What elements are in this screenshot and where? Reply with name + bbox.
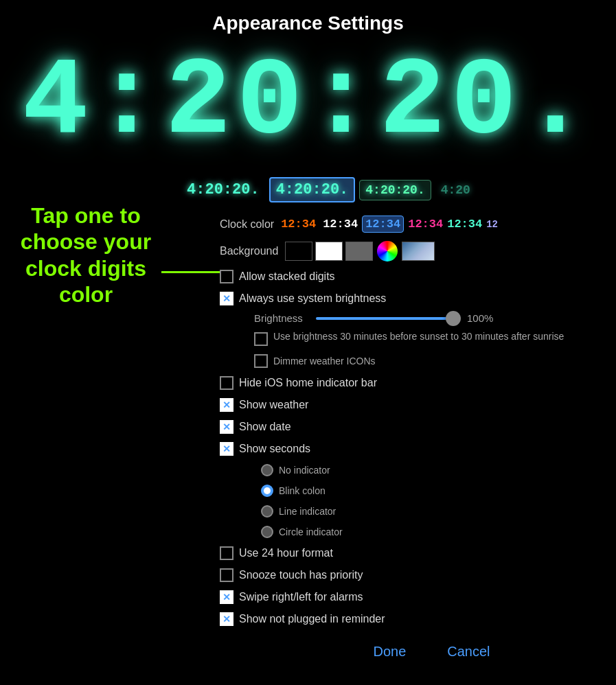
clock-color-lavender[interactable]: 12 <box>486 219 498 230</box>
swipe-alarms-checkbox[interactable] <box>220 590 233 604</box>
clock-color-blue[interactable]: 12:34 <box>362 216 404 233</box>
big-clock-display: 4:20:20. <box>0 41 616 172</box>
bg-colorwheel[interactable] <box>377 241 398 262</box>
bg-black[interactable] <box>285 242 312 261</box>
clock-variant-1[interactable]: 4:20:20. <box>181 178 265 201</box>
no-indicator-row: No indicator <box>261 460 602 480</box>
brightness-label: Brightness <box>254 312 309 324</box>
clock-color-pink[interactable]: 12:34 <box>408 218 443 231</box>
line-indicator-label: Line indicator <box>279 506 336 517</box>
hide-home-bar-checkbox[interactable] <box>220 376 233 390</box>
show-weather-row: Show weather <box>220 394 602 416</box>
show-date-row: Show date <box>220 416 602 438</box>
tap-hint-line3: clock digits <box>25 256 146 281</box>
tap-hint-line2: choose your <box>21 229 151 254</box>
plugged-reminder-label: Show not plugged in reminder <box>239 613 385 625</box>
bg-white[interactable] <box>315 242 343 261</box>
background-row: Background <box>220 237 602 266</box>
brightness-value: 100% <box>467 312 493 324</box>
show-weather-label: Show weather <box>239 399 308 411</box>
brightness-thumb[interactable] <box>446 311 461 326</box>
tap-hint-line4: color <box>59 282 113 307</box>
tap-hint-line1: Tap one to <box>31 203 140 228</box>
clock-color-row: Clock color 12:34 12:34 12:34 12:34 12:3… <box>220 211 602 237</box>
no-indicator-radio[interactable] <box>261 464 273 476</box>
plugged-reminder-checkbox[interactable] <box>220 612 233 626</box>
clock-variant-2[interactable]: 4:20:20. <box>269 177 356 202</box>
clock-variant-4[interactable]: 4:20 <box>435 181 476 200</box>
system-brightness-checkbox[interactable] <box>220 292 233 305</box>
hint-line <box>161 271 220 273</box>
circle-indicator-row: Circle indicator <box>261 522 602 542</box>
snooze-priority-row: Snooze touch has priority <box>220 564 602 586</box>
show-weather-checkbox[interactable] <box>220 398 233 412</box>
hide-home-bar-label: Hide iOS home indicator bar <box>239 377 377 389</box>
brightness-row: Brightness 100% <box>254 310 602 327</box>
cancel-button[interactable]: Cancel <box>447 644 490 660</box>
no-indicator-label: No indicator <box>279 465 330 476</box>
24hour-row: Use 24 hour format <box>220 542 602 564</box>
page-title: Appearance Settings <box>0 0 616 41</box>
done-button[interactable]: Done <box>373 644 406 660</box>
swipe-alarms-row: Swipe right/left for alarms <box>220 586 602 608</box>
clock-color-white[interactable]: 12:34 <box>323 218 358 231</box>
24hour-label: Use 24 hour format <box>239 547 333 559</box>
bg-photo[interactable] <box>402 242 435 261</box>
settings-area: Clock color 12:34 12:34 12:34 12:34 12:3… <box>220 211 616 666</box>
bg-gray[interactable] <box>345 242 373 261</box>
allow-stacked-checkbox[interactable] <box>220 270 233 283</box>
swipe-alarms-label: Swipe right/left for alarms <box>239 591 363 603</box>
clock-color-orange[interactable]: 12:34 <box>281 218 316 231</box>
blink-colon-label: Blink colon <box>279 485 326 496</box>
snooze-priority-checkbox[interactable] <box>220 568 233 582</box>
dimmer-weather-label: Dimmer weather ICONs <box>273 356 376 367</box>
bottom-buttons: Done Cancel <box>261 630 602 666</box>
show-seconds-checkbox[interactable] <box>220 442 233 456</box>
line-indicator-row: Line indicator <box>261 501 602 522</box>
show-seconds-label: Show seconds <box>239 443 310 455</box>
blink-colon-row: Blink colon <box>261 480 602 501</box>
blink-colon-radio[interactable] <box>261 485 273 497</box>
circle-indicator-label: Circle indicator <box>279 526 343 537</box>
allow-stacked-row: Allow stacked digits <box>220 266 602 288</box>
system-brightness-row: Always use system brightness <box>220 288 602 310</box>
clock-color-teal[interactable]: 12:34 <box>447 218 482 231</box>
dimmer-weather-checkbox[interactable] <box>254 354 268 368</box>
sunset-brightness-label: Use brightness 30 minutes before sunset … <box>273 331 564 342</box>
line-indicator-radio[interactable] <box>261 505 273 518</box>
sunset-brightness-checkbox[interactable] <box>254 332 268 346</box>
circle-indicator-radio[interactable] <box>261 526 273 538</box>
snooze-priority-label: Snooze touch has priority <box>239 569 363 581</box>
show-date-label: Show date <box>239 421 291 433</box>
24hour-checkbox[interactable] <box>220 546 233 560</box>
dimmer-weather-row: Dimmer weather ICONs <box>254 350 602 372</box>
hide-home-bar-row: Hide iOS home indicator bar <box>220 372 602 394</box>
clock-color-label: Clock color <box>220 218 274 231</box>
background-label: Background <box>220 245 278 257</box>
allow-stacked-label: Allow stacked digits <box>239 270 335 283</box>
clock-variant-3[interactable]: 4:20:20. <box>359 180 431 200</box>
system-brightness-label: Always use system brightness <box>239 292 386 305</box>
show-seconds-row: Show seconds <box>220 438 602 460</box>
tap-hint-text: Tap one to choose your clock digits colo… <box>7 202 165 308</box>
plugged-reminder-row: Show not plugged in reminder <box>220 608 602 630</box>
show-date-checkbox[interactable] <box>220 420 233 434</box>
sunset-brightness-row: Use brightness 30 minutes before sunset … <box>254 327 602 350</box>
brightness-slider[interactable] <box>316 317 453 320</box>
clock-color-options: 12:34 12:34 12:34 12:34 12:34 12 <box>281 216 498 233</box>
